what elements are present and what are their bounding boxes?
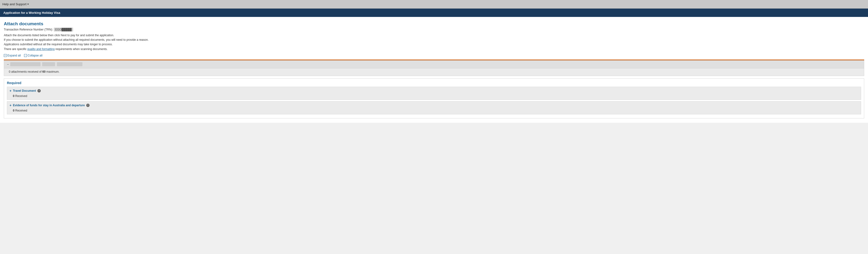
attachments-count: 0 attachments received of 60 maximum. [9,70,60,73]
trn-line: Transaction Reference Number (TRN): EGO█… [4,28,864,31]
doc-item-header-2: + Evidence of funds for stay in Australi… [7,101,861,108]
instruction-line-2: If you choose to submit the application … [4,38,864,42]
expand-collapse-row: + Expand all − Collapse all [4,54,864,57]
doc-expand-1[interactable]: + [9,89,11,93]
section-container: − ████████████ █████ (██ ███ ████) 0 att… [4,60,864,76]
funds-evidence-received: 0 Received [13,109,27,112]
help-support-menu[interactable]: Help and Support [2,2,29,6]
section-collapse-icon[interactable]: − [7,62,9,66]
app-header-title: Application for a Working Holiday Visa [3,11,60,14]
app-header: Application for a Working Holiday Visa [0,8,868,17]
collapse-all-button[interactable]: − Collapse all [24,54,42,57]
doc-expand-2[interactable]: + [9,103,11,107]
travel-document-link[interactable]: Travel Document [13,89,36,92]
instruction-line-1: Attach the documents listed below then c… [4,33,864,38]
funds-evidence-help-icon[interactable]: ? [86,104,90,107]
trn-label: Transaction Reference Number (TRN): [4,28,53,31]
quality-formatting-link[interactable]: quality and formatting [27,47,55,51]
required-label: Required [7,81,861,85]
main-content: Attach documents Transaction Reference N… [0,17,868,123]
travel-document-received: 0 Received [13,94,27,98]
instruction-line-3: Applications submitted without all the r… [4,42,864,47]
expand-all-button[interactable]: + Expand all [4,54,21,57]
section-body: 0 attachments received of 60 maximum. [4,68,864,76]
instruction-line-4: There are specific quality and formattin… [4,47,864,52]
travel-document-help-icon[interactable]: ? [37,89,41,92]
doc-item-funds-evidence: + Evidence of funds for stay in Australi… [7,101,861,115]
doc-item-body-2: 0 Received [7,108,861,114]
section-header-text: ████████████ █████ (██ ███ ████) [10,62,83,66]
page-title: Attach documents [4,21,864,27]
instructions-block: Attach the documents listed below then c… [4,33,864,52]
expand-icon: + [4,54,7,57]
section-header: − ████████████ █████ (██ ███ ████) [4,61,864,68]
required-section: Required + Travel Document ? 0 Received … [4,78,864,119]
doc-item-body-1: 0 Received [7,94,861,100]
trn-value: EGO█████ [54,28,73,31]
doc-item-travel-document: + Travel Document ? 0 Received [7,87,861,100]
collapse-icon: − [24,54,27,57]
funds-evidence-link[interactable]: Evidence of funds for stay in Australia … [13,104,85,107]
top-bar: Help and Support [0,0,868,8]
doc-item-header-1: + Travel Document ? [7,87,861,94]
